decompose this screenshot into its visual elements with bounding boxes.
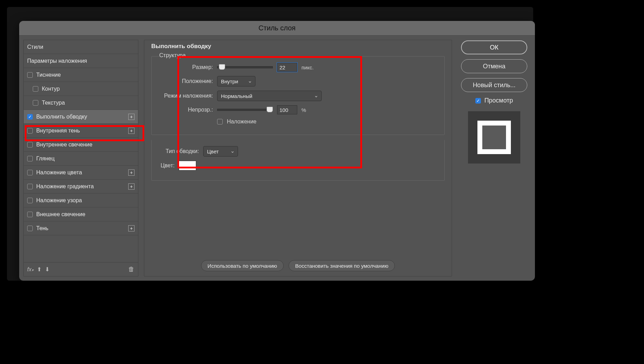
add-effect-icon[interactable]: + <box>128 114 135 120</box>
structure-legend: Структура <box>157 52 188 59</box>
style-item[interactable]: Выполнить обводку+ <box>24 110 138 124</box>
size-label: Размер: <box>157 64 213 70</box>
overprint-row: Наложение <box>157 119 439 125</box>
style-item-checkbox[interactable] <box>33 86 38 92</box>
filltype-label: Тип обводки: <box>157 148 199 154</box>
style-item[interactable]: Внутренняя тень+ <box>24 124 138 138</box>
opacity-unit: % <box>301 107 306 113</box>
preview-thumbnail <box>468 111 520 164</box>
style-item-label: Внутреннее свечение <box>36 142 92 148</box>
blending-options-header[interactable]: Параметры наложения <box>24 54 138 68</box>
preview-checkbox[interactable] <box>475 98 481 104</box>
style-item-checkbox[interactable] <box>27 170 33 175</box>
style-item-label: Внутренняя тень <box>36 128 80 134</box>
position-select[interactable]: Внутри <box>217 76 255 86</box>
opacity-slider[interactable] <box>217 109 273 111</box>
style-item-label: Внешнее свечение <box>36 211 85 218</box>
overprint-checkbox[interactable] <box>217 119 223 124</box>
style-item-checkbox[interactable] <box>33 100 38 106</box>
styles-list: Стили Параметры наложения ТиснениеКонтур… <box>23 40 138 263</box>
filltype-select[interactable]: Цвет <box>203 146 238 157</box>
style-item-checkbox[interactable] <box>27 114 33 120</box>
style-item[interactable]: Внешнее свечение <box>24 207 138 221</box>
style-item-checkbox[interactable] <box>27 142 33 147</box>
size-unit: пикс. <box>301 65 314 70</box>
color-swatch[interactable] <box>179 161 196 170</box>
fx-menu-icon[interactable]: fx <box>27 266 33 273</box>
dialog-buttons: ОК Отмена Новый стиль... Просмотр <box>458 40 531 276</box>
size-input[interactable] <box>277 63 297 72</box>
style-item-checkbox[interactable] <box>27 128 33 134</box>
ok-button[interactable]: ОК <box>461 40 527 54</box>
style-item-checkbox[interactable] <box>27 226 33 231</box>
style-item-checkbox[interactable] <box>27 72 33 78</box>
style-item-label: Наложение цвета <box>36 169 82 176</box>
style-item[interactable]: Глянец <box>24 152 138 166</box>
add-effect-icon[interactable]: + <box>128 225 135 232</box>
style-item[interactable]: Тиснение <box>24 68 138 82</box>
style-item-label: Тень <box>36 225 48 232</box>
styles-header[interactable]: Стили <box>24 40 138 54</box>
style-item-label: Наложение узора <box>36 197 82 204</box>
overprint-label: Наложение <box>227 119 256 125</box>
style-item[interactable]: Тень+ <box>24 221 138 235</box>
style-item-label: Глянец <box>36 156 55 162</box>
blendmode-row: Режим наложения: Нормальный <box>157 91 439 101</box>
style-item[interactable]: Наложение градиента+ <box>24 180 138 194</box>
style-item-checkbox[interactable] <box>27 198 33 203</box>
trash-icon[interactable]: 🗑 <box>128 266 135 273</box>
color-label: Цвет: <box>157 162 175 169</box>
style-item-label: Тиснение <box>36 72 61 78</box>
style-item-checkbox[interactable] <box>27 184 33 189</box>
blendmode-label: Режим наложения: <box>157 93 213 99</box>
dialog-title: Стиль слоя <box>19 21 535 36</box>
blending-options-label: Параметры наложения <box>27 58 87 64</box>
opacity-input[interactable] <box>277 105 297 114</box>
size-slider[interactable] <box>217 66 273 68</box>
style-item[interactable]: Наложение узора <box>24 194 138 207</box>
style-item-label: Текстура <box>42 100 65 106</box>
layer-style-dialog: Стиль слоя Стили Параметры наложения Тис… <box>19 21 535 281</box>
add-effect-icon[interactable]: + <box>128 169 135 176</box>
opacity-label: Непрозр.: <box>157 107 213 113</box>
reset-default-button[interactable]: Восстановить значения по умолчанию <box>289 260 395 271</box>
opacity-row: Непрозр.: % <box>157 105 439 114</box>
preview-label: Просмотр <box>484 97 513 104</box>
fill-group: Тип обводки: Цвет Цвет: <box>151 140 445 181</box>
style-item-label: Выполнить обводку <box>36 114 87 120</box>
make-default-button[interactable]: Использовать по умолчанию <box>201 260 284 271</box>
add-effect-icon[interactable]: + <box>128 183 135 190</box>
style-item-label: Контур <box>42 86 60 92</box>
position-label: Положение: <box>157 78 213 84</box>
style-item-checkbox[interactable] <box>27 212 33 217</box>
add-effect-icon[interactable]: + <box>128 128 135 134</box>
settings-panel: Выполнить обводку Структура Размер: пикс… <box>144 40 452 276</box>
cancel-button[interactable]: Отмена <box>461 59 527 73</box>
structure-group: Структура Размер: пикс. Положение: <box>151 56 445 135</box>
move-up-icon[interactable]: ⬆ <box>37 266 41 273</box>
style-item[interactable]: Внутреннее свечение <box>24 138 138 152</box>
panel-title: Выполнить обводку <box>151 43 445 50</box>
styles-header-label: Стили <box>27 44 43 50</box>
size-row: Размер: пикс. <box>157 63 439 72</box>
move-down-icon[interactable]: ⬇ <box>45 266 49 273</box>
filltype-row: Тип обводки: Цвет <box>157 146 439 157</box>
style-item[interactable]: Наложение цвета+ <box>24 166 138 180</box>
style-item[interactable]: Контур <box>24 82 138 96</box>
style-item[interactable]: Текстура <box>24 96 138 110</box>
blendmode-select[interactable]: Нормальный <box>217 91 322 101</box>
style-item-checkbox[interactable] <box>27 156 33 161</box>
new-style-button[interactable]: Новый стиль... <box>461 78 527 92</box>
style-item-label: Наложение градиента <box>36 183 94 190</box>
styles-toolbar: fx ⬆ ⬇ 🗑 <box>23 263 138 276</box>
color-row: Цвет: <box>157 161 439 170</box>
position-row: Положение: Внутри <box>157 76 439 86</box>
